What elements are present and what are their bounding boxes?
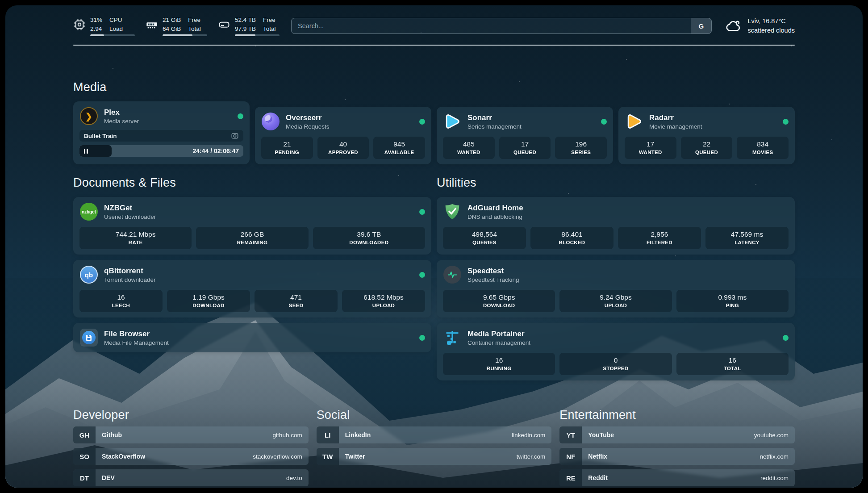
status-online-dot [601, 119, 607, 125]
app-card-portainer[interactable]: Media Portainer Container management 16 … [437, 323, 795, 380]
link-github[interactable]: GH Github github.com [73, 426, 309, 443]
stat-box: 16 TOTAL [676, 353, 789, 375]
status-online-dot [419, 272, 425, 278]
status-online-dot [783, 119, 789, 125]
stat-box: 9.24 Gbps UPLOAD [559, 290, 672, 312]
dashboard-window: 31% 2.94 CPU Load [5, 5, 863, 488]
link-reddit[interactable]: RE Reddit reddit.com [559, 469, 795, 486]
cpu-icon [73, 18, 86, 31]
pause-icon[interactable] [84, 149, 88, 154]
app-card-speedtest[interactable]: Speedtest Speedtest Tracking 9.65 Gbps D… [437, 260, 795, 318]
sonarr-icon [443, 112, 462, 131]
link-abbr-badge: DT [73, 469, 96, 486]
stat-box: 2,956 FILTERED [618, 227, 701, 249]
stat-box: 40 APPROVED [317, 137, 369, 159]
disk-total-label: Total [263, 25, 276, 33]
app-title: Sonarr [467, 113, 595, 122]
app-card-filebrowser[interactable]: File Browser Media File Management [73, 323, 431, 352]
app-title: qBittorrent [104, 266, 413, 276]
radarr-icon [625, 112, 643, 131]
media-cards-row: ❯ Plex Media server Bullet Train [73, 101, 795, 164]
section-title-utilities: Utilities [437, 176, 795, 190]
playback-progress-bar[interactable]: 24:44 / 02:06:47 [79, 145, 243, 157]
app-card-overseerr[interactable]: Overseerr Media Requests 21 PENDING 40 A… [255, 107, 431, 164]
stars-decoration [5, 5, 6, 6]
section-title-documents: Documents & Files [73, 176, 431, 190]
stat-box: 834 MOVIES [737, 137, 789, 159]
search-engine-button[interactable]: G [691, 18, 711, 33]
links-section-developer: Developer GH Github github.com SO StackO… [73, 380, 309, 486]
status-online-dot [419, 209, 425, 215]
cpu-load-label: Load [109, 25, 123, 33]
search-input[interactable] [292, 22, 691, 29]
links-section-social: Social LI LinkedIn linkedin.com TW Twitt… [317, 380, 552, 486]
ram-progress-bar [163, 34, 207, 36]
app-title: Speedtest [467, 266, 789, 276]
link-abbr-badge: YT [559, 426, 582, 443]
header-divider [73, 45, 795, 46]
stat-box: 47.569 ms LATENCY [705, 227, 789, 249]
section-title-entertainment: Entertainment [559, 408, 795, 422]
ram-total-label: Total [188, 25, 201, 33]
section-title-developer: Developer [73, 408, 309, 422]
stat-box: 471 SEED [255, 290, 338, 312]
app-subtitle: Movie management [649, 123, 777, 130]
link-linkedin[interactable]: LI LinkedIn linkedin.com [317, 426, 552, 443]
app-card-nzbget[interactable]: nzbget NZBGet Usenet downloader 744.21 M… [73, 197, 431, 255]
app-subtitle: Speedtest Tracking [467, 276, 789, 283]
stat-box: 16 LEECH [79, 290, 163, 312]
status-online-dot [419, 335, 425, 341]
link-netflix[interactable]: NF Netflix netflix.com [559, 448, 795, 465]
link-abbr-badge: NF [559, 448, 582, 465]
stat-box: 498,564 QUERIES [443, 227, 526, 249]
status-online-dot [783, 335, 789, 341]
plex-icon: ❯ [79, 107, 98, 125]
app-subtitle: Series management [467, 123, 595, 130]
disk-progress-bar [235, 34, 280, 36]
stat-box: 196 SERIES [555, 137, 607, 159]
link-stackoverflow[interactable]: SO StackOverflow stackoverflow.com [73, 448, 309, 465]
link-youtube[interactable]: YT YouTube youtube.com [559, 426, 795, 443]
stat-box: 22 QUEUED [681, 137, 733, 159]
camera-icon [231, 132, 239, 140]
app-title: AdGuard Home [467, 203, 789, 213]
link-twitter[interactable]: TW Twitter twitter.com [317, 448, 552, 465]
weather-location: Lviv, 16.87°C [747, 17, 795, 26]
section-title-media: Media [73, 80, 795, 94]
app-card-plex[interactable]: ❯ Plex Media server Bullet Train [73, 101, 250, 164]
app-subtitle: Media server [104, 118, 232, 125]
app-card-radarr[interactable]: Radarr Movie management 17 WANTED 22 QUE… [618, 107, 795, 164]
app-subtitle: Torrent downloader [104, 276, 413, 283]
link-dev[interactable]: DT DEV dev.to [73, 469, 309, 486]
filebrowser-icon [79, 328, 98, 347]
stat-box: 0.993 ms PING [676, 290, 789, 312]
app-subtitle: DNS and adblocking [467, 213, 789, 220]
links-section-entertainment: Entertainment YT YouTube youtube.com NF … [559, 380, 795, 486]
search-bar[interactable]: G [291, 18, 712, 34]
now-playing-row: Bullet Train [79, 130, 243, 142]
cpu-progress-bar [90, 34, 135, 36]
app-subtitle: Media File Management [104, 339, 413, 346]
cpu-load-value: 2.94 [90, 25, 102, 33]
stat-box: 1.19 Gbps DOWNLOAD [167, 290, 250, 312]
link-abbr-badge: RE [559, 469, 582, 486]
system-stats: 31% 2.94 CPU Load [73, 16, 280, 36]
section-title-social: Social [317, 408, 552, 422]
playback-time: 24:44 / 02:06:47 [192, 147, 239, 155]
ram-icon [146, 18, 158, 31]
adguard-icon [443, 202, 462, 221]
link-abbr-badge: SO [73, 448, 96, 465]
app-card-qbittorrent[interactable]: qb qBittorrent Torrent downloader 16 LEE… [73, 260, 431, 318]
now-playing-title: Bullet Train [84, 133, 117, 139]
utilities-column: Utilities AdGuard Home [437, 164, 795, 380]
stat-box: 266 GB REMAINING [196, 227, 308, 249]
disk-stat: 52.4 TB 97.9 TB Free Total [218, 16, 280, 36]
app-card-sonarr[interactable]: Sonarr Series management 485 WANTED 17 Q… [437, 107, 613, 164]
stat-box: 618.52 Mbps UPLOAD [342, 290, 425, 312]
nzbget-icon: nzbget [79, 202, 98, 221]
weather-widget[interactable]: Lviv, 16.87°C scattered clouds [725, 17, 795, 35]
stat-box: 17 QUEUED [499, 137, 551, 159]
app-card-adguard[interactable]: AdGuard Home DNS and adblocking 498,564 … [437, 197, 795, 255]
documents-column: Documents & Files nzbget NZBGet Usenet d… [73, 164, 431, 380]
disk-total-value: 97.9 TB [235, 25, 256, 33]
